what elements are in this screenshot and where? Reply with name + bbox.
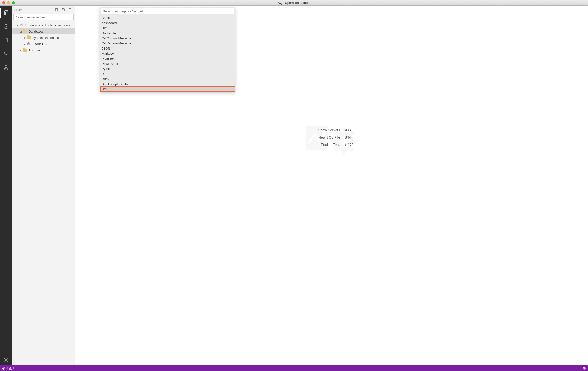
folder-open-icon xyxy=(23,30,27,33)
shortcut-keys: ⇧⌘F xyxy=(345,143,354,147)
tree-label: tutorialserver.database.windows.n... xyxy=(25,23,75,27)
shortcut-label: Show Servers xyxy=(311,128,340,132)
activity-task-history[interactable] xyxy=(0,21,12,32)
quick-pick-item[interactable]: PowerShell xyxy=(100,61,235,66)
quick-pick-item[interactable]: Diff xyxy=(100,25,235,31)
svg-point-38 xyxy=(584,368,585,368)
quick-pick-item[interactable]: Markdown xyxy=(100,51,235,56)
activity-settings[interactable] xyxy=(0,355,12,365)
search-server-input[interactable] xyxy=(13,14,74,21)
svg-rect-13 xyxy=(62,9,64,11)
shortcut-label: New SQL File xyxy=(311,136,340,139)
status-errors-count: 0 xyxy=(6,366,8,370)
tree-label: Databases xyxy=(28,30,43,33)
shortcut-row: New SQL File ⌘N xyxy=(311,136,354,139)
svg-rect-15 xyxy=(69,9,71,11)
quick-pick-item[interactable]: Python xyxy=(100,66,235,71)
svg-rect-24 xyxy=(343,149,345,154)
clear-search-icon[interactable]: × xyxy=(70,15,72,19)
shortcut-label: Find in Files xyxy=(311,143,340,147)
show-connections-icon[interactable] xyxy=(68,8,73,12)
twisty-collapsed-icon: ▸ xyxy=(19,49,22,52)
quick-pick-input[interactable] xyxy=(101,8,234,14)
sidebar: SERVERS × ◢ t xyxy=(12,6,75,365)
quick-pick-item[interactable]: Git Commit Message xyxy=(100,36,235,41)
svg-rect-18 xyxy=(21,24,22,24)
shortcut-row: Find in Files ⇧⌘F xyxy=(311,143,354,147)
tree-system-databases-node[interactable]: ▸ System Databases xyxy=(12,34,75,41)
svg-rect-14 xyxy=(63,8,65,10)
feedback-smiley-icon[interactable] xyxy=(582,366,586,370)
sidebar-title: SERVERS xyxy=(14,9,27,11)
tree-database-node[interactable]: ▸ TutorialDB xyxy=(12,41,75,47)
server-tree: ◢ tutorialserver.database.windows.n... ◢… xyxy=(12,22,75,53)
quick-pick-item[interactable]: Dockerfile xyxy=(100,31,235,36)
quick-pick-item[interactable]: Shell Script (Bash) xyxy=(100,82,235,87)
activity-source-control[interactable] xyxy=(0,62,12,73)
new-server-group-icon[interactable] xyxy=(62,8,66,12)
svg-rect-10 xyxy=(55,9,58,11)
status-warnings[interactable]: 1 xyxy=(9,366,14,370)
svg-point-8 xyxy=(7,68,8,69)
svg-point-16 xyxy=(71,11,72,11)
window-title: SQL Operations Studio xyxy=(0,1,588,5)
shortcut-row: Show Servers ⌘G xyxy=(311,128,354,132)
tree-label: TutorialDB xyxy=(32,42,47,46)
svg-point-9 xyxy=(5,359,7,361)
new-connection-icon[interactable] xyxy=(55,8,59,12)
status-errors[interactable]: 0 xyxy=(2,366,8,370)
server-icon xyxy=(20,23,23,27)
activity-explorer[interactable] xyxy=(0,35,12,45)
database-icon xyxy=(27,42,30,46)
tree-server-node[interactable]: ◢ tutorialserver.database.windows.n... xyxy=(12,22,75,28)
activity-servers[interactable] xyxy=(0,8,12,18)
svg-point-35 xyxy=(10,369,11,369)
twisty-collapsed-icon: ▸ xyxy=(23,36,26,39)
twisty-expanded-icon: ◢ xyxy=(19,30,22,33)
tree-databases-node[interactable]: ◢ Databases xyxy=(12,28,75,34)
twisty-expanded-icon: ◢ xyxy=(16,24,19,26)
svg-point-19 xyxy=(28,43,30,44)
svg-rect-2 xyxy=(6,11,8,11)
quick-pick-item[interactable]: R xyxy=(100,71,235,76)
activity-bar xyxy=(0,6,12,365)
quick-pick-item[interactable]: SQL xyxy=(100,87,235,92)
quick-pick-item[interactable]: Git Rebase Message xyxy=(100,41,235,46)
tree-label: System Databases xyxy=(32,36,59,40)
tree-security-node[interactable]: ▸ Security xyxy=(12,47,75,53)
shortcut-keys: ⌘N xyxy=(345,136,351,139)
activity-search[interactable] xyxy=(0,48,12,59)
quick-pick: BatchdashboardDiffDockerfileGit Commit M… xyxy=(100,7,235,92)
shortcut-keys: ⌘G xyxy=(345,128,351,132)
editor-area: Show Servers ⌘G New SQL File ⌘N Find in … xyxy=(75,6,588,365)
folder-icon xyxy=(23,49,27,52)
svg-line-5 xyxy=(7,54,8,56)
svg-rect-17 xyxy=(21,24,22,26)
svg-point-7 xyxy=(4,68,5,69)
svg-point-4 xyxy=(4,52,7,55)
twisty-collapsed-icon: ▸ xyxy=(23,43,26,45)
svg-point-6 xyxy=(6,65,7,66)
folder-icon xyxy=(27,36,31,39)
titlebar: SQL Operations Studio xyxy=(0,0,588,6)
quick-pick-item[interactable]: Ruby xyxy=(100,76,235,82)
quick-pick-list: BatchdashboardDiffDockerfileGit Commit M… xyxy=(100,15,235,92)
quick-pick-item[interactable]: Plain Text xyxy=(100,56,235,61)
svg-point-36 xyxy=(583,367,586,370)
svg-point-37 xyxy=(583,368,584,368)
status-bar: 0 1 xyxy=(0,365,588,371)
tree-label: Security xyxy=(28,49,40,52)
status-warnings-count: 1 xyxy=(13,366,14,370)
quick-pick-item[interactable]: JSON xyxy=(100,46,235,51)
welcome-shortcuts: Show Servers ⌘G New SQL File ⌘N Find in … xyxy=(311,128,354,150)
quick-pick-item[interactable]: Batch xyxy=(100,15,235,21)
quick-pick-item[interactable]: dashboard xyxy=(100,21,235,25)
